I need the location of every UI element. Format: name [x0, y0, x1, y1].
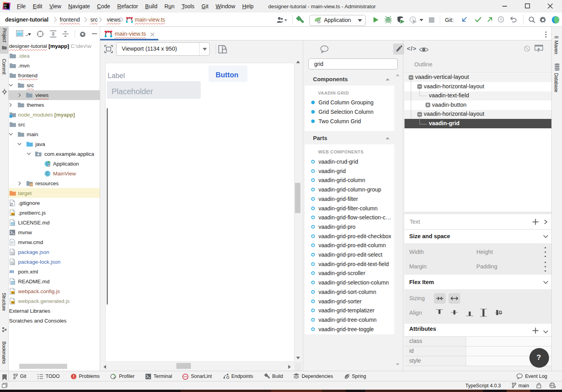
svg-text:JS: JS — [11, 292, 14, 294]
svg-text:MD: MD — [11, 223, 15, 225]
svg-text:JS: JS — [11, 213, 14, 215]
svg-text:{}: {} — [11, 252, 14, 255]
svg-text:IJ: IJ — [4, 4, 7, 7]
svg-text:C: C — [46, 171, 49, 176]
svg-text:{}: {} — [11, 262, 14, 265]
svg-text:MD: MD — [11, 282, 15, 284]
svg-text:JS: JS — [11, 301, 14, 304]
